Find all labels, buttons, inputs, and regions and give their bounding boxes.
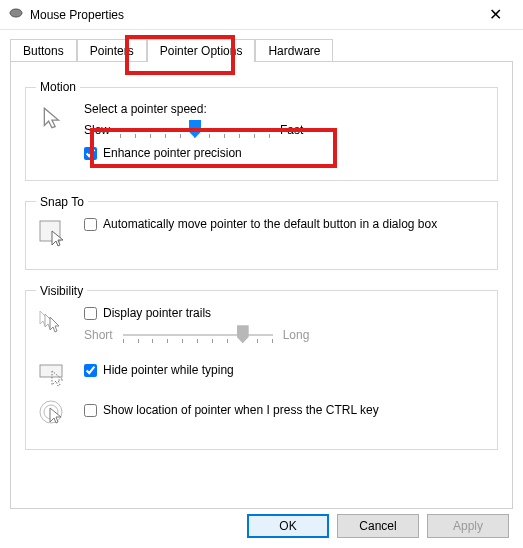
ctrl-locate-checkbox[interactable]: Show location of pointer when I press th… (84, 403, 487, 419)
apply-button[interactable]: Apply (427, 514, 509, 538)
svg-rect-2 (40, 365, 62, 377)
group-snap-to: Snap To Automatically move pointer to th… (25, 195, 498, 270)
ok-button[interactable]: OK (247, 514, 329, 538)
pointer-speed-slider[interactable] (120, 120, 270, 140)
window-title: Mouse Properties (30, 8, 475, 22)
snap-legend: Snap To (36, 195, 88, 209)
tab-hardware[interactable]: Hardware (255, 39, 333, 62)
dialog-button-bar: OK Cancel Apply (247, 514, 509, 538)
trails-long-label: Long (283, 328, 310, 342)
cancel-button[interactable]: Cancel (337, 514, 419, 538)
pointer-trails-icon (36, 306, 70, 340)
hide-typing-icon (36, 357, 70, 391)
pointer-trails-slider (123, 325, 273, 345)
cursor-arrow-icon (36, 102, 70, 136)
tab-row: Buttons Pointers Pointer Options Hardwar… (0, 30, 523, 61)
group-visibility: Visibility Display pointer trails Short (25, 284, 498, 451)
motion-fast-label: Fast (280, 123, 303, 137)
enhance-precision-label: Enhance pointer precision (103, 146, 242, 162)
ctrl-locate-icon (36, 397, 70, 431)
tab-buttons[interactable]: Buttons (10, 39, 77, 62)
tab-pointers[interactable]: Pointers (77, 39, 147, 62)
motion-label: Select a pointer speed: (84, 102, 487, 116)
tab-pointer-options[interactable]: Pointer Options (147, 39, 256, 62)
title-bar: Mouse Properties ✕ (0, 0, 523, 30)
motion-slow-label: Slow (84, 123, 110, 137)
hide-typing-label: Hide pointer while typing (103, 363, 234, 379)
trails-short-label: Short (84, 328, 113, 342)
visibility-legend: Visibility (36, 284, 87, 298)
hide-typing-checkbox[interactable]: Hide pointer while typing (84, 363, 487, 379)
pointer-trails-checkbox[interactable]: Display pointer trails (84, 306, 487, 322)
snap-to-label: Automatically move pointer to the defaul… (103, 217, 437, 233)
mouse-icon (8, 7, 24, 22)
snap-to-checkbox[interactable]: Automatically move pointer to the defaul… (84, 217, 487, 233)
pointer-trails-label: Display pointer trails (103, 306, 211, 322)
snap-to-icon (36, 217, 70, 251)
svg-point-0 (10, 9, 22, 17)
tab-content: Motion Select a pointer speed: Slow Fast (10, 61, 513, 509)
enhance-precision-checkbox[interactable]: Enhance pointer precision (84, 146, 487, 162)
group-motion: Motion Select a pointer speed: Slow Fast (25, 80, 498, 181)
ctrl-locate-label: Show location of pointer when I press th… (103, 403, 379, 419)
close-icon[interactable]: ✕ (475, 5, 515, 24)
motion-legend: Motion (36, 80, 80, 94)
